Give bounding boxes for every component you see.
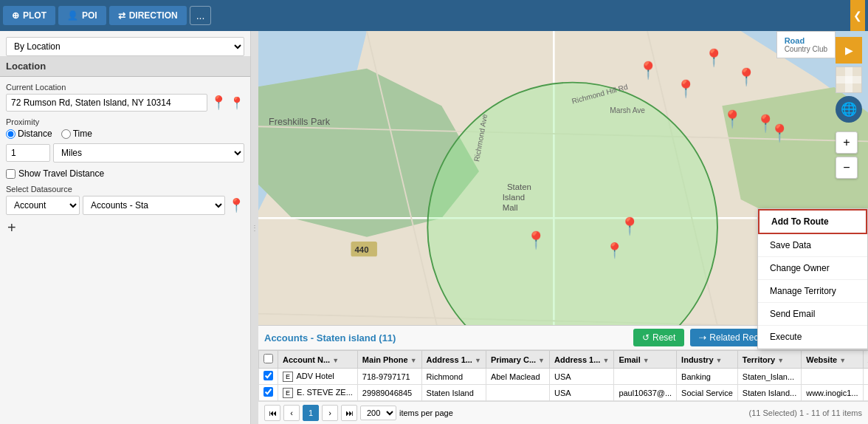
map-container: Freshkills Park Staten Island Mall Latou… — [258, 31, 868, 424]
collapse-panel-button[interactable]: ❮ — [850, 0, 865, 31]
svg-text:📍: 📍 — [769, 123, 790, 143]
accounts-title: Accounts - Staten island (11) — [264, 332, 627, 343]
row1-check[interactable] — [264, 371, 273, 380]
items-per-page-select[interactable]: 200 — [360, 406, 396, 420]
location-input[interactable] — [6, 94, 207, 112]
svg-text:📍: 📍 — [605, 242, 624, 260]
time-radio-label[interactable]: Time — [61, 129, 92, 139]
road-label: Road — [785, 36, 827, 45]
account-type-icon: E — [283, 372, 293, 382]
row2-annual: 290000 — [863, 385, 868, 401]
row1-industry: Banking — [677, 369, 738, 385]
col-header-email[interactable]: Email ▼ — [614, 351, 677, 369]
row2-addr1: Staten Island — [421, 385, 486, 401]
location-marker-icon: 📍 — [230, 96, 244, 110]
datasource-name-select[interactable]: Accounts - Sta — [83, 196, 225, 215]
proximity-label: Proximity — [6, 117, 244, 126]
map-controls: ▶ 🌐 + − — [836, 37, 862, 179]
col-header-phone[interactable]: Main Phone ▼ — [357, 351, 421, 369]
green-pin-icon: 📍 — [210, 95, 227, 111]
datasource-row: Account Accounts - Sta 📍 — [6, 196, 244, 215]
svg-text:Mall: Mall — [503, 203, 518, 212]
add-datasource-button[interactable]: + — [6, 218, 18, 238]
svg-text:📍: 📍 — [675, 78, 697, 99]
col-header-addr2[interactable]: Address 1... ▼ — [550, 351, 614, 369]
data-table-container: Account N... ▼ Main Phone ▼ Address 1...… — [258, 350, 868, 401]
add-to-route-item[interactable]: Add To Route — [758, 209, 867, 234]
select-all-checkbox[interactable] — [264, 354, 273, 363]
row1-phone: 718-9797171 — [357, 369, 421, 385]
svg-text:📍: 📍 — [722, 109, 743, 129]
distance-input[interactable] — [6, 144, 50, 162]
col-header-website[interactable]: Website ▼ — [802, 351, 863, 369]
location-section-header: Location — [0, 56, 250, 77]
row2-account[interactable]: E E. STEVE ZE... — [278, 385, 358, 401]
map-thumbnail[interactable] — [836, 66, 862, 93]
more-options-button[interactable]: ... — [190, 6, 212, 25]
manage-territory-item[interactable]: Manage Territory — [758, 280, 867, 303]
proximity-row: Distance Time — [6, 129, 244, 139]
col-header-addr1[interactable]: Address 1... ▼ — [421, 351, 486, 369]
col-header-industry[interactable]: Industry ▼ — [677, 351, 738, 369]
send-email-item[interactable]: Send Email — [758, 303, 867, 326]
poi-button[interactable]: 👤 POI — [58, 6, 106, 25]
direction-button[interactable]: ⇄ DIRECTION — [109, 6, 187, 25]
row2-checkbox[interactable] — [259, 385, 278, 401]
by-location-group: By Location — [6, 37, 244, 56]
plot-button[interactable]: ⊕ PLOT — [3, 6, 55, 25]
show-travel-checkbox[interactable] — [6, 169, 16, 179]
save-data-item[interactable]: Save Data — [758, 234, 867, 257]
row1-website — [802, 369, 863, 385]
datasource-label: Select Datasource — [6, 185, 244, 194]
row2-email: paul10637@... — [614, 385, 677, 401]
distance-row: Miles — [6, 143, 244, 163]
col-header-primary[interactable]: Primary C... ▼ — [486, 351, 549, 369]
main-container: By Location Location Current Location 📍 … — [0, 31, 868, 424]
link-icon: ⇢ — [699, 332, 706, 343]
poi-icon: 👤 — [67, 10, 78, 21]
row2-website: www.inogic1... — [802, 385, 863, 401]
pagination-info: (11 Selected) 1 - 11 of 11 items — [749, 408, 862, 417]
page-1-button[interactable]: 1 — [303, 405, 319, 421]
miles-select[interactable]: Miles — [53, 143, 244, 163]
svg-text:Marsh Ave: Marsh Ave — [610, 106, 645, 114]
reset-button[interactable]: ↺ Reset — [633, 329, 684, 346]
change-owner-item[interactable]: Change Owner — [758, 257, 867, 280]
row1-checkbox[interactable] — [259, 369, 278, 385]
col-header-account[interactable]: Account N... ▼ — [278, 351, 358, 369]
next-page-button[interactable]: › — [322, 405, 338, 421]
sort-icon-email: ▼ — [643, 357, 650, 364]
time-radio[interactable] — [61, 129, 71, 139]
expand-icon[interactable]: ▶ — [836, 37, 862, 64]
row1-addr2: USA — [550, 369, 614, 385]
datasource-type-select[interactable]: Account — [6, 196, 80, 215]
zoom-out-button[interactable]: − — [836, 157, 858, 179]
red-pin-icon: 📍 — [228, 197, 244, 213]
globe-icon[interactable]: 🌐 — [836, 96, 862, 123]
col-header-checkbox[interactable] — [259, 351, 278, 369]
row1-account[interactable]: E ADV Hotel — [278, 369, 358, 385]
last-page-button[interactable]: ⏭ — [341, 405, 357, 421]
account-type-icon2: E — [283, 388, 293, 398]
row1-territory: Staten_Islan... — [737, 369, 801, 385]
svg-text:Island: Island — [503, 193, 525, 202]
prev-page-button[interactable]: ‹ — [283, 405, 300, 421]
by-location-select[interactable]: By Location — [6, 37, 244, 56]
distance-radio[interactable] — [6, 129, 16, 139]
col-header-annual[interactable]: Annual Re... ▼ — [863, 351, 868, 369]
sort-icon-website: ▼ — [839, 357, 846, 364]
svg-text:Freshkills Park: Freshkills Park — [269, 117, 331, 127]
proximity-group: Proximity Distance Time Miles — [6, 117, 244, 163]
distance-radio-label[interactable]: Distance — [6, 129, 52, 139]
direction-icon: ⇄ — [118, 10, 125, 21]
table-row: E ADV Hotel 718-9797171 Richmond Abel Ma… — [259, 369, 869, 385]
row2-check[interactable] — [264, 387, 273, 397]
zoom-in-button[interactable]: + — [836, 131, 858, 154]
sort-icon-addr1: ▼ — [475, 357, 481, 364]
execute-item[interactable]: Execute — [758, 326, 867, 349]
col-header-territory[interactable]: Territory ▼ — [737, 351, 801, 369]
row2-territory: Staten Island... — [737, 385, 801, 401]
first-page-button[interactable]: ⏮ — [264, 405, 280, 421]
show-travel-label[interactable]: Show Travel Distance — [6, 168, 244, 179]
resize-handle[interactable]: ⋮ — [251, 31, 258, 424]
